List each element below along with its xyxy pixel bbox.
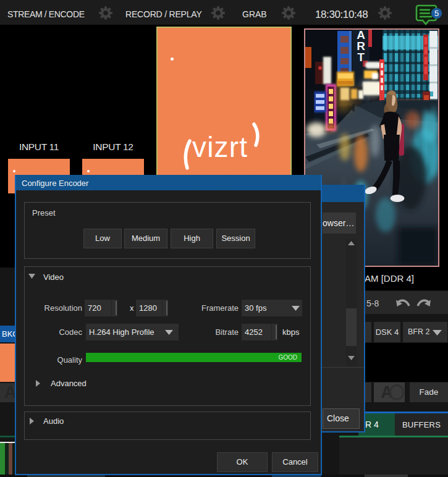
svg-text:5: 5	[434, 9, 439, 18]
svg-text:vizrt: vizrt	[192, 131, 248, 163]
